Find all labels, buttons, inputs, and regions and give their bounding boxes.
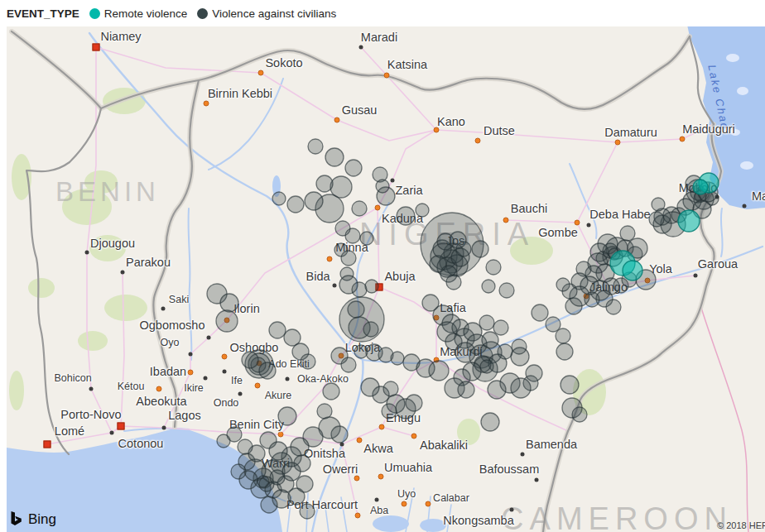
event-bubble[interactable] <box>301 354 315 369</box>
event-bubble[interactable] <box>231 464 246 479</box>
event-bubble[interactable] <box>287 196 304 213</box>
event-bubble[interactable] <box>693 180 708 194</box>
event-bubble[interactable] <box>242 352 258 368</box>
event-bubble[interactable] <box>345 228 360 243</box>
map-copyright: © 2018 HER <box>717 520 765 530</box>
event-bubble[interactable] <box>360 232 373 245</box>
event-bubble[interactable] <box>331 426 348 443</box>
event-bubble[interactable] <box>305 192 323 210</box>
event-bubble[interactable] <box>606 300 621 314</box>
event-bubble[interactable] <box>382 404 397 419</box>
event-bubble[interactable] <box>472 241 488 257</box>
event-bubble[interactable] <box>330 176 352 198</box>
event-bubble[interactable] <box>397 207 415 225</box>
event-bubble[interactable] <box>278 407 296 425</box>
event-bubble[interactable] <box>269 322 286 338</box>
event-bubble[interactable] <box>365 280 378 293</box>
event-bubble[interactable] <box>300 504 315 519</box>
event-bubble[interactable] <box>480 360 493 373</box>
event-bubble[interactable] <box>345 160 362 176</box>
legend: EVENT_TYPE Remote violenceViolence again… <box>0 0 765 26</box>
event-bubble[interactable] <box>620 226 635 241</box>
event-bubble[interactable] <box>416 204 429 217</box>
bubbles-layer <box>207 139 719 519</box>
event-bubble[interactable] <box>272 192 286 205</box>
event-bubble[interactable] <box>376 180 389 193</box>
event-bubble[interactable] <box>512 339 527 354</box>
event-bubble[interactable] <box>556 343 573 360</box>
event-bubble[interactable] <box>532 304 548 321</box>
legend-item-0[interactable]: Remote violence <box>89 7 188 20</box>
powerbi-map-visual: { "colors": { "remote_violence": "#01B8A… <box>0 0 765 532</box>
event-bubble[interactable] <box>216 310 238 332</box>
event-bubble[interactable] <box>296 476 313 492</box>
event-bubble[interactable] <box>323 383 339 400</box>
event-bubble[interactable] <box>479 315 494 330</box>
event-bubble[interactable] <box>220 294 238 312</box>
event-bubble[interactable] <box>572 407 587 422</box>
event-bubble[interactable] <box>482 280 495 293</box>
bubble-layer-svg <box>0 0 765 532</box>
event-bubble[interactable] <box>316 175 333 192</box>
event-bubble[interactable] <box>429 361 449 381</box>
event-bubble[interactable] <box>270 470 285 485</box>
event-bubble[interactable] <box>257 476 269 487</box>
bing-icon <box>8 510 24 528</box>
event-bubble[interactable] <box>493 320 508 335</box>
event-bubble[interactable] <box>678 210 700 232</box>
legend-label: Violence against civilians <box>212 7 336 20</box>
event-bubble[interactable] <box>430 256 446 272</box>
bing-logo-text: Bing <box>28 511 56 528</box>
event-bubble[interactable] <box>652 198 665 211</box>
bing-logo[interactable]: Bing <box>8 510 56 528</box>
event-bubble[interactable] <box>325 148 344 166</box>
event-bubble[interactable] <box>406 395 422 411</box>
event-bubble[interactable] <box>458 381 474 398</box>
event-bubble[interactable] <box>238 439 253 454</box>
event-bubble[interactable] <box>556 278 570 291</box>
event-bubble[interactable] <box>649 212 664 227</box>
legend-dot <box>197 8 208 19</box>
event-bubble[interactable] <box>269 442 287 460</box>
event-bubble[interactable] <box>561 376 579 394</box>
event-bubble[interactable] <box>623 261 642 280</box>
event-bubble[interactable] <box>486 260 501 275</box>
event-bubble[interactable] <box>294 455 310 472</box>
event-bubble[interactable] <box>446 275 461 290</box>
event-bubble[interactable] <box>383 381 398 396</box>
event-bubble[interactable] <box>498 344 512 359</box>
event-bubble[interactable] <box>348 301 364 318</box>
event-bubble[interactable] <box>341 357 356 372</box>
event-bubble[interactable] <box>511 378 531 398</box>
event-bubble[interactable] <box>556 328 570 343</box>
event-bubble[interactable] <box>261 496 277 513</box>
map-canvas[interactable]: BENIN NIGERIA CAMEROON Lake Chad NiameyM… <box>0 0 765 532</box>
legend-dot <box>89 8 100 19</box>
event-bubble[interactable] <box>499 283 514 298</box>
legend-items: Remote violenceViolence against civilian… <box>89 7 336 20</box>
event-bubble[interactable] <box>482 332 498 348</box>
event-bubble[interactable] <box>437 233 454 250</box>
legend-item-1[interactable]: Violence against civilians <box>197 7 336 20</box>
event-bubble[interactable] <box>341 251 356 266</box>
legend-label: Remote violence <box>104 7 188 20</box>
legend-title: EVENT_TYPE <box>7 7 79 20</box>
event-bubble[interactable] <box>259 362 276 379</box>
event-bubble[interactable] <box>352 201 367 216</box>
event-bubble[interactable] <box>352 282 367 297</box>
event-bubble[interactable] <box>391 352 404 365</box>
event-bubble[interactable] <box>363 322 378 337</box>
event-bubble[interactable] <box>217 434 230 448</box>
event-bubble[interactable] <box>308 139 323 154</box>
event-bubble[interactable] <box>317 404 332 419</box>
event-bubble[interactable] <box>481 413 499 431</box>
